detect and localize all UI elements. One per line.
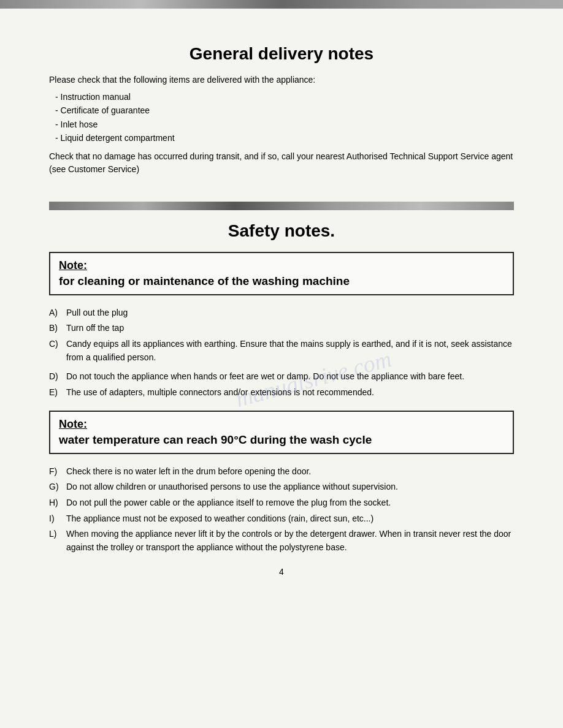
delivery-section: General delivery notes Please check that…: [49, 44, 514, 176]
alpha-item-d: D) Do not touch the appliance when hands…: [49, 370, 514, 384]
delivery-list: Instruction manual Certificate of guaran…: [49, 90, 514, 145]
note2-text: water temperature can reach 90°C during …: [59, 433, 504, 447]
alpha-label-c: C): [49, 338, 66, 351]
alpha-content-h: Do not pull the power cable or the appli…: [66, 496, 514, 510]
alpha-content-g: Do not allow children or unauthorised pe…: [66, 480, 514, 494]
alpha-content-c: Candy equips all its appliances with ear…: [66, 338, 514, 364]
alpha-item-f: F) Check there is no water left in the d…: [49, 465, 514, 479]
note-box-1: Note: for cleaning or maintenance of the…: [49, 252, 514, 295]
note2-label: Note:: [59, 418, 504, 431]
list-item: Instruction manual: [55, 90, 514, 104]
alpha-label-e: E): [49, 386, 66, 400]
alpha-label-d: D): [49, 370, 66, 384]
alpha-item-l: L) When moving the appliance never lift …: [49, 528, 514, 554]
alpha-label-i: I): [49, 512, 66, 526]
alpha-label-b: B): [49, 322, 66, 335]
alpha-content-d: Do not touch the appliance when hands or…: [66, 370, 514, 384]
alpha-content-a: Pull out the plug: [66, 306, 514, 320]
alpha-list-2: D) Do not touch the appliance when hands…: [49, 370, 514, 399]
alpha-content-i: The appliance must not be exposed to wea…: [66, 512, 514, 526]
mid-divider: [49, 202, 514, 210]
delivery-intro: Please check that the following items ar…: [49, 74, 514, 86]
alpha-content-f: Check there is no water left in the drum…: [66, 465, 514, 479]
page-number: 4: [49, 567, 514, 577]
list-item: Inlet hose: [55, 118, 514, 131]
alpha-content-b: Turn off the tap: [66, 322, 514, 335]
alpha-label-a: A): [49, 306, 66, 320]
alpha-list-1: A) Pull out the plug B) Turn off the tap…: [49, 306, 514, 365]
top-divider: [0, 0, 563, 9]
alpha-item-i: I) The appliance must not be exposed to …: [49, 512, 514, 526]
safety-title: Safety notes.: [49, 221, 514, 241]
alpha-label-f: F): [49, 465, 66, 479]
note-box-2: Note: water temperature can reach 90°C d…: [49, 411, 514, 454]
list-item: Certificate of guarantee: [55, 104, 514, 117]
spacer: [49, 182, 514, 189]
page: manualsrive.com General delivery notes P…: [0, 0, 563, 728]
alpha-item-b: B) Turn off the tap: [49, 322, 514, 335]
safety-section: Safety notes. Note: for cleaning or main…: [49, 221, 514, 555]
list-item: Liquid detergent compartment: [55, 131, 514, 145]
alpha-item-a: A) Pull out the plug: [49, 306, 514, 320]
note1-label: Note:: [59, 259, 504, 272]
alpha-item-e: E) The use of adapters, multiple connect…: [49, 386, 514, 400]
alpha-content-l: When moving the appliance never lift it …: [66, 528, 514, 554]
alpha-label-g: G): [49, 480, 66, 494]
delivery-title: General delivery notes: [49, 44, 514, 64]
alpha-label-l: L): [49, 528, 66, 541]
alpha-item-c: C) Candy equips all its appliances with …: [49, 338, 514, 364]
alpha-item-h: H) Do not pull the power cable or the ap…: [49, 496, 514, 510]
alpha-content-e: The use of adapters, multiple connectors…: [66, 386, 514, 400]
check-note: Check that no damage has occurred during…: [49, 150, 514, 176]
alpha-item-g: G) Do not allow children or unauthorised…: [49, 480, 514, 494]
note1-text: for cleaning or maintenance of the washi…: [59, 275, 504, 288]
alpha-label-h: H): [49, 496, 66, 510]
alpha-list-3: F) Check there is no water left in the d…: [49, 465, 514, 555]
